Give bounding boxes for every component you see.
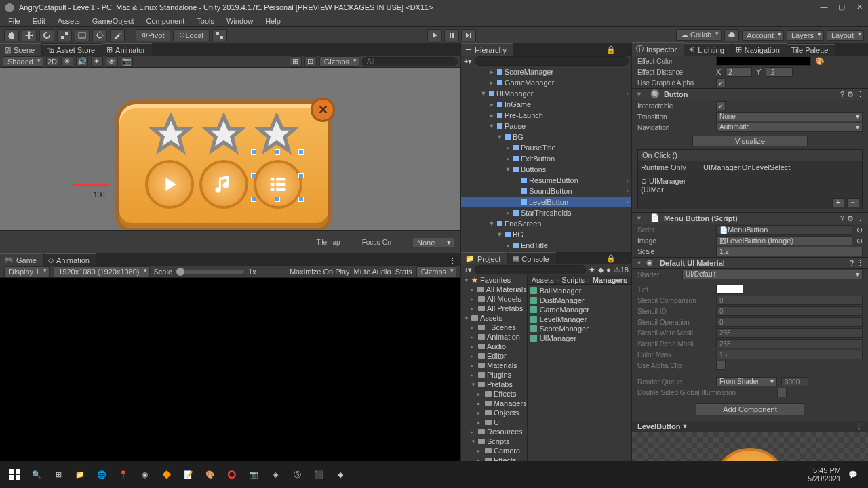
menu-window[interactable]: Window: [221, 16, 258, 26]
menu-gameobject[interactable]: GameObject: [87, 16, 140, 26]
image-field[interactable]: 🖼 LevelButton (Image): [716, 236, 852, 245]
onclick-add-button[interactable]: +: [832, 198, 844, 207]
hierarchy-tree[interactable]: ▸ScoreManager▸GameManager▼UIManager›▸InG…: [461, 66, 631, 252]
lighting-toggle[interactable]: ☀: [61, 56, 73, 67]
project-tree-node[interactable]: ▸Effects: [461, 389, 527, 399]
interactable-check[interactable]: [716, 101, 726, 110]
hierarchy-node[interactable]: ▸PauseTitle: [461, 142, 631, 153]
grid-button[interactable]: ⊞: [290, 56, 302, 67]
hierarchy-node[interactable]: ▼EndScreen: [461, 218, 631, 229]
app-icon[interactable]: 📷: [244, 465, 263, 484]
runtime-dropdown[interactable]: Runtime Only: [641, 163, 701, 171]
file-item[interactable]: DustManager: [530, 296, 629, 305]
app-icon[interactable]: 🔶: [157, 465, 176, 484]
skype-icon[interactable]: Ⓢ: [288, 465, 307, 484]
menu-edit[interactable]: Edit: [27, 16, 51, 26]
selection-handle[interactable]: [298, 173, 304, 178]
file-explorer-icon[interactable]: 📁: [71, 465, 90, 484]
project-tree-node[interactable]: ▸Animation: [461, 332, 527, 342]
project-tree-node[interactable]: ▼Prefabs: [461, 380, 527, 389]
onclick-target-field[interactable]: ⊙ UIManager (UIMar: [641, 177, 701, 194]
app-icon[interactable]: ⭕: [222, 465, 241, 484]
pivot-toggle[interactable]: ⊕ Pivot: [136, 29, 170, 41]
preview-header[interactable]: LevelButton ▼⋮: [632, 421, 868, 432]
file-item[interactable]: ScoreManager: [530, 324, 629, 333]
menubutton-component-header[interactable]: ▼📄Menu Button (Script)?⚙⋮: [632, 212, 868, 224]
filter-fav-icon[interactable]: ★: [589, 266, 595, 274]
help-icon[interactable]: ?: [840, 90, 844, 99]
hand-tool-button[interactable]: [4, 29, 19, 41]
project-tree-node[interactable]: ▸Effects: [461, 455, 527, 461]
start-button[interactable]: [5, 465, 24, 484]
scene-search[interactable]: [362, 57, 458, 66]
onclick-remove-button[interactable]: −: [847, 198, 859, 207]
transition-dropdown[interactable]: None: [716, 112, 863, 121]
tab-inspector[interactable]: ⓘInspector: [632, 42, 684, 56]
camera-button[interactable]: 📷: [121, 56, 133, 67]
project-search[interactable]: [475, 265, 586, 274]
effect-distance-x[interactable]: 2: [725, 67, 752, 77]
close-button[interactable]: ✕: [854, 3, 864, 12]
maximize-button[interactable]: ▢: [837, 3, 846, 12]
project-tree-node[interactable]: ▸Editor: [461, 351, 527, 361]
project-tree-node[interactable]: ▸Materials: [461, 361, 527, 370]
tab-scene[interactable]: ▨Scene: [0, 43, 41, 56]
tab-asset-store[interactable]: 🛍Asset Store: [42, 44, 102, 56]
hierarchy-node[interactable]: LevelButton›: [461, 197, 631, 207]
color-picker-icon[interactable]: 🎨: [815, 57, 825, 66]
maximize-on-play[interactable]: Maximize On Play: [290, 268, 350, 276]
menu-assets[interactable]: Assets: [52, 16, 85, 26]
onclick-function-dropdown[interactable]: UIManager.OnLevelSelect: [703, 163, 790, 171]
rect-tool-button[interactable]: [75, 29, 90, 41]
mute-audio[interactable]: Mute Audio: [354, 268, 391, 276]
hierarchy-node[interactable]: ▸GameManager: [461, 77, 631, 88]
preset-icon[interactable]: ⚙: [847, 90, 854, 99]
create-dropdown[interactable]: +▾: [464, 57, 472, 66]
notes-icon[interactable]: 📝: [179, 465, 198, 484]
transform-tool-button[interactable]: [92, 29, 107, 41]
file-item[interactable]: LevelManager: [530, 314, 629, 324]
project-tree-node[interactable]: ▸Camera: [461, 446, 527, 455]
map-icon[interactable]: 📍: [114, 465, 133, 484]
tab-menu[interactable]: ⋮: [855, 44, 868, 56]
tab-tile-palette[interactable]: Tile Palette: [787, 44, 835, 56]
account-dropdown[interactable]: Account: [742, 30, 784, 41]
breadcrumb-item[interactable]: Assets: [532, 276, 554, 284]
hierarchy-node[interactable]: ▼Pause: [461, 121, 631, 131]
menu-icon[interactable]: ⋮: [855, 422, 863, 431]
pause-button[interactable]: [444, 29, 459, 41]
tab-hierarchy[interactable]: ☰Hierarchy: [461, 43, 513, 56]
selection-handle[interactable]: [251, 197, 256, 202]
filter-label-icon[interactable]: ●: [606, 266, 611, 274]
menu-tools[interactable]: Tools: [191, 16, 220, 26]
hierarchy-node[interactable]: ▸StarThresholds: [461, 207, 631, 218]
tab-animation[interactable]: ◇Animation: [44, 253, 96, 266]
lock-icon[interactable]: 🔒: [604, 253, 618, 264]
gizmos-dropdown[interactable]: Gizmos: [319, 56, 359, 67]
project-tree-node[interactable]: ▸Managers: [461, 399, 527, 408]
hierarchy-node[interactable]: ▸InGame: [461, 99, 631, 110]
project-tree-node[interactable]: ▸Audio: [461, 342, 527, 351]
hierarchy-node[interactable]: ▸Pre-Launch: [461, 110, 631, 121]
filter-type-icon[interactable]: ◆: [598, 266, 604, 274]
hierarchy-search[interactable]: [475, 56, 629, 66]
display-dropdown[interactable]: Display 1: [4, 266, 50, 277]
tab-console[interactable]: ▤Console: [508, 252, 555, 264]
collab-dropdown[interactable]: ☁ Collab: [676, 29, 722, 41]
selection-handle[interactable]: [275, 197, 280, 202]
preset-icon[interactable]: ⚙: [847, 214, 854, 223]
project-tree-node[interactable]: ▸UI: [461, 418, 527, 427]
selection-handle[interactable]: [251, 173, 256, 178]
play-button[interactable]: [427, 29, 442, 41]
add-component-button[interactable]: Add Component: [696, 403, 804, 415]
project-tree-node[interactable]: ▸Plugins: [461, 370, 527, 380]
move-tool-button[interactable]: [22, 29, 37, 41]
file-list[interactable]: BallManagerDustManagerGameManagerLevelMa…: [528, 285, 631, 461]
menu-icon[interactable]: ⋮: [856, 259, 864, 268]
obs-icon[interactable]: ⬛: [309, 465, 328, 484]
notifications-button[interactable]: 💬: [844, 465, 863, 484]
tab-game[interactable]: 🎮Game: [0, 253, 43, 266]
edge-icon[interactable]: 🌐: [92, 465, 111, 484]
breadcrumb-item[interactable]: Managers: [593, 276, 627, 284]
project-tree-node[interactable]: ▼★Favorites: [461, 275, 527, 285]
